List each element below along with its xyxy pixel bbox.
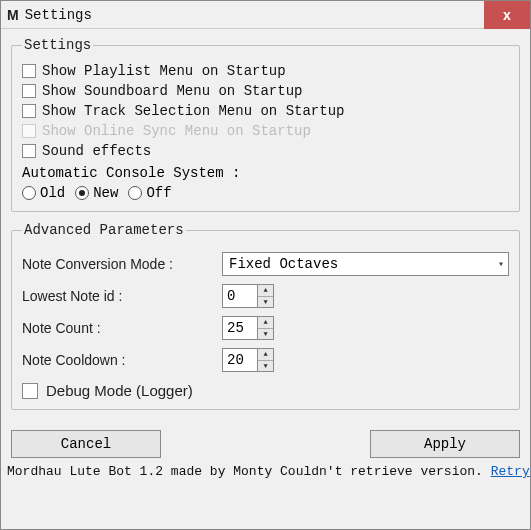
radio-off[interactable]: Off (128, 185, 171, 201)
note-cooldown-spinner[interactable]: 20 ▲ ▼ (222, 348, 274, 372)
check-show-online-sync: Show Online Sync Menu on Startup (22, 123, 509, 139)
lowest-note-spinner[interactable]: 0 ▲ ▼ (222, 284, 274, 308)
spinner-down-icon[interactable]: ▼ (258, 329, 273, 340)
radio-icon[interactable] (75, 186, 89, 200)
check-label: Show Track Selection Menu on Startup (42, 103, 344, 119)
check-sound-effects[interactable]: Sound effects (22, 143, 509, 159)
checkbox-icon (22, 124, 36, 138)
note-conversion-combo[interactable]: Fixed Octaves ▾ (222, 252, 509, 276)
app-icon: M (7, 7, 19, 23)
button-label: Cancel (61, 436, 111, 452)
note-conversion-label: Note Conversion Mode : (22, 256, 222, 272)
radio-icon[interactable] (128, 186, 142, 200)
checkbox-icon[interactable] (22, 64, 36, 78)
check-show-playlist[interactable]: Show Playlist Menu on Startup (22, 63, 509, 79)
apply-button[interactable]: Apply (370, 430, 520, 458)
window-title: Settings (25, 7, 92, 23)
radio-label: Off (146, 185, 171, 201)
status-bar: Mordhau Lute Bot 1.2 made by Monty Could… (1, 462, 530, 485)
checkbox-icon[interactable] (22, 144, 36, 158)
retry-link[interactable]: Retry (491, 464, 530, 479)
combo-value: Fixed Octaves (229, 256, 338, 272)
radio-label: Old (40, 185, 65, 201)
check-label: Show Playlist Menu on Startup (42, 63, 286, 79)
button-label: Apply (424, 436, 466, 452)
check-show-soundboard[interactable]: Show Soundboard Menu on Startup (22, 83, 509, 99)
status-text: Mordhau Lute Bot 1.2 made by Monty Could… (7, 464, 491, 479)
check-label: Sound effects (42, 143, 151, 159)
check-label: Show Online Sync Menu on Startup (42, 123, 311, 139)
chevron-down-icon: ▾ (498, 258, 504, 270)
advanced-legend: Advanced Parameters (22, 222, 186, 238)
title-bar: M Settings x (1, 1, 530, 29)
radio-old[interactable]: Old (22, 185, 65, 201)
checkbox-icon[interactable] (22, 84, 36, 98)
radio-icon[interactable] (22, 186, 36, 200)
spinner-value[interactable]: 25 (222, 316, 258, 340)
spinner-value[interactable]: 0 (222, 284, 258, 308)
settings-group: Settings Show Playlist Menu on Startup S… (11, 37, 520, 212)
checkbox-icon[interactable] (22, 104, 36, 118)
spinner-up-icon[interactable]: ▲ (258, 285, 273, 297)
acs-radio-group: Old New Off (22, 185, 509, 201)
note-count-spinner[interactable]: 25 ▲ ▼ (222, 316, 274, 340)
close-icon: x (503, 7, 511, 23)
radio-label: New (93, 185, 118, 201)
spinner-down-icon[interactable]: ▼ (258, 297, 273, 308)
button-row: Cancel Apply (1, 424, 530, 462)
settings-legend: Settings (22, 37, 93, 53)
debug-label: Debug Mode (Logger) (46, 382, 193, 399)
settings-window: M Settings x Settings Show Playlist Menu… (0, 0, 531, 530)
close-button[interactable]: x (484, 1, 530, 29)
advanced-group: Advanced Parameters Note Conversion Mode… (11, 222, 520, 410)
spinner-up-icon[interactable]: ▲ (258, 317, 273, 329)
note-cooldown-label: Note Cooldown : (22, 352, 222, 368)
lowest-note-label: Lowest Note id : (22, 288, 222, 304)
acs-label: Automatic Console System : (22, 165, 509, 181)
spinner-value[interactable]: 20 (222, 348, 258, 372)
check-debug-mode[interactable]: Debug Mode (Logger) (22, 382, 509, 399)
spinner-up-icon[interactable]: ▲ (258, 349, 273, 361)
spinner-down-icon[interactable]: ▼ (258, 361, 273, 372)
cancel-button[interactable]: Cancel (11, 430, 161, 458)
checkbox-icon[interactable] (22, 383, 38, 399)
check-label: Show Soundboard Menu on Startup (42, 83, 302, 99)
radio-new[interactable]: New (75, 185, 118, 201)
check-show-track-selection[interactable]: Show Track Selection Menu on Startup (22, 103, 509, 119)
note-count-label: Note Count : (22, 320, 222, 336)
